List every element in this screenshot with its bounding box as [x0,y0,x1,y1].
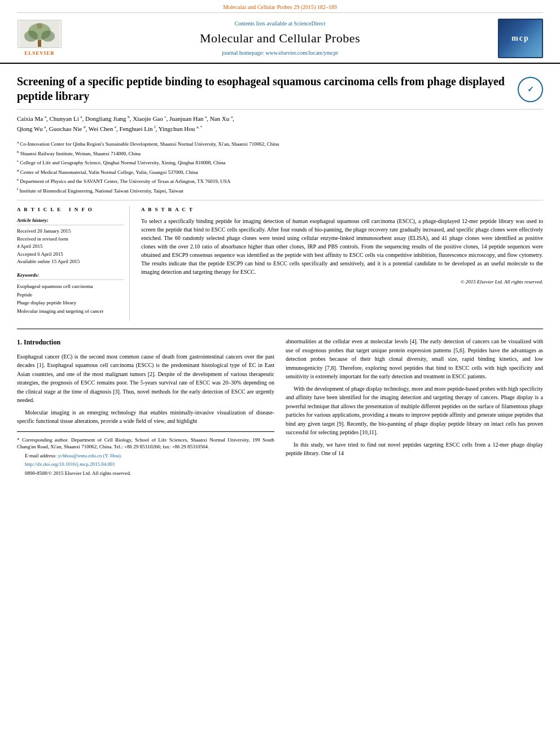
keywords-block: Keywords: Esophageal squamous cell carci… [17,272,124,315]
article-title: Screening of a specific peptide binding … [17,74,518,103]
received-revised-label: Received in revised form [17,235,124,243]
author-qiong-wu: Qiong Wu a, [17,125,49,132]
authors-section: Caixia Ma a, Chunyan Li a, Dongliang Jia… [17,110,543,137]
journal-title: Molecular and Cellular Probes [73,30,487,47]
body-col-left: 1. Introduction Esophageal cancer (EC) i… [17,337,274,479]
doi-line: http://dx.doi.org/10.1016/j.mcp.2015.04.… [17,461,274,468]
keyword-2: Peptide [17,291,124,299]
keywords-title: Keywords: [17,272,124,281]
affiliation-f: f Institute of Biomedical Engineering, N… [17,186,543,195]
author-guochao-nie: Guochao Nie d, [49,125,89,132]
article-info-col: A R T I C L E I N F O Article history: R… [17,206,130,321]
author-wei-chen: Wei Chen e, [89,125,120,132]
journal-header: ELSEVIER Contents lists available at Sci… [0,13,560,64]
svg-point-2 [24,30,38,42]
intro-para-2: Molecular imaging is an emerging technol… [17,408,274,426]
affiliation-a: a Co-Innovation Center for Qinba Region'… [17,139,543,148]
journal-center-info: Contents lists available at ScienceDirec… [62,20,498,58]
elsevier-logo: ELSEVIER [17,20,62,57]
abstract-label: A B S T R A C T [141,206,543,213]
section-title: Introduction [24,338,60,346]
keyword-1: Esophageal squamous cell carcinoma [17,282,124,290]
intro-para-4: With the development of phage display te… [286,385,543,437]
page-wrapper: Molecular and Cellular Probes 29 (2015) … [0,0,560,490]
affiliation-d: d Center of Medical Nanomaterial, Yulin … [17,168,543,177]
intro-para-3: abnormalities at the cellular even at mo… [286,337,543,381]
crossmark-logo[interactable]: ✓ [518,77,543,102]
article-history-block: Article history: Received 20 January 201… [17,217,124,266]
article-info-label: A R T I C L E I N F O [17,206,124,213]
keyword-4: Molecular imaging and targeting of cance… [17,307,124,315]
abstract-col: A B S T R A C T To select a specifically… [141,206,543,321]
affiliation-b: b Shaanxi Railway Institute, Weinan, Sha… [17,149,543,158]
affiliation-c: c College of Life and Geography Science,… [17,158,543,167]
svg-point-5 [37,23,42,29]
abstract-text: To select a specifically binding peptide… [141,217,543,276]
issn-line: 0890-8508/© 2015 Elsevier Ltd. All right… [17,470,274,477]
sciencedirect-link[interactable]: ScienceDirect [294,20,325,27]
email-label: E-mail address: [25,453,56,458]
homepage-label: journal homepage: [222,50,264,56]
footnote-section: * Corresponding author. Department of Ce… [17,431,274,477]
introduction-title: 1. Introduction [17,337,274,348]
elsevier-text: ELSEVIER [24,50,55,57]
intro-para-5: In this study, we have tried to find out… [286,440,543,458]
intro-para-1: Esophageal cancer (EC) is the second mos… [17,352,274,405]
journal-homepage: journal homepage: www.elsevier.com/locat… [73,49,487,57]
received-date: Received 20 January 2015 [17,228,124,235]
author-fenghuei-lin: Fenghuei Lin f, [120,125,159,132]
body-content: 1. Introduction Esophageal cancer (EC) i… [17,337,543,490]
journal-logo-right: mcp [498,19,543,58]
sciencedirect-note: Contents lists available at ScienceDirec… [73,20,487,28]
author-dongliang-jiang: Dongliang Jiang b, [85,115,133,122]
article-title-section: Screening of a specific peptide binding … [17,64,543,110]
author-juanjuan-han: Juanjuan Han a, [169,115,210,122]
keyword-3: Phage display peptide library [17,299,124,307]
abstract-paragraph: To select a specifically binding peptide… [141,217,543,276]
email-address[interactable]: ychhou@snnu.edu.cn (Y. Hou). [58,453,122,458]
copyright-line: © 2015 Elsevier Ltd. All rights reserved… [141,278,543,286]
authors-list: Caixia Ma a, Chunyan Li a, Dongliang Jia… [17,114,543,134]
section-divider [17,329,543,329]
elsevier-tree-image [18,20,62,48]
doi-link[interactable]: http://dx.doi.org/10.1016/j.mcp.2015.04.… [25,461,115,467]
author-xiaojie-gao: Xiaojie Gao c, [133,115,169,122]
article-history-title: Article history: [17,217,124,226]
journal-abbr: mcp [511,33,530,44]
svg-rect-4 [38,40,41,47]
article-info-abstract: A R T I C L E I N F O Article history: R… [17,200,543,321]
contents-note: Contents lists available at [234,20,292,27]
section-number: 1. [17,338,22,346]
journal-reference: Molecular and Cellular Probes 29 (2015) … [223,4,337,10]
author-caixia-ma: Caixia Ma a, [17,115,50,122]
crossmark-icon: ✓ [527,84,534,95]
revised-date: 4 April 2015 [17,243,124,251]
email-line: E-mail address: ychhou@snnu.edu.cn (Y. H… [17,452,274,460]
affiliation-e: e Department of Physics and the SAVANT C… [17,177,543,186]
svg-point-3 [41,30,55,42]
journal-reference-bar: Molecular and Cellular Probes 29 (2015) … [17,0,543,13]
available-date: Available online 15 April 2015 [17,258,124,266]
corresponding-note: * Corresponding author. Department of Ce… [17,436,274,451]
author-yingchun-hou: Yingchun Hou a, * [159,125,202,132]
accepted-date: Accepted 6 April 2015 [17,251,124,259]
affiliations-section: a Co-Innovation Center for Qinba Region'… [17,137,543,200]
main-content: Screening of a specific peptide binding … [0,64,560,490]
body-col-right: abnormalities at the cellular even at mo… [286,337,543,479]
homepage-url[interactable]: www.elsevier.com/locate/ymcpr [265,50,338,56]
author-nan-xu: Nan Xu a, [210,115,234,122]
author-chunyan-li: Chunyan Li a, [50,115,86,122]
